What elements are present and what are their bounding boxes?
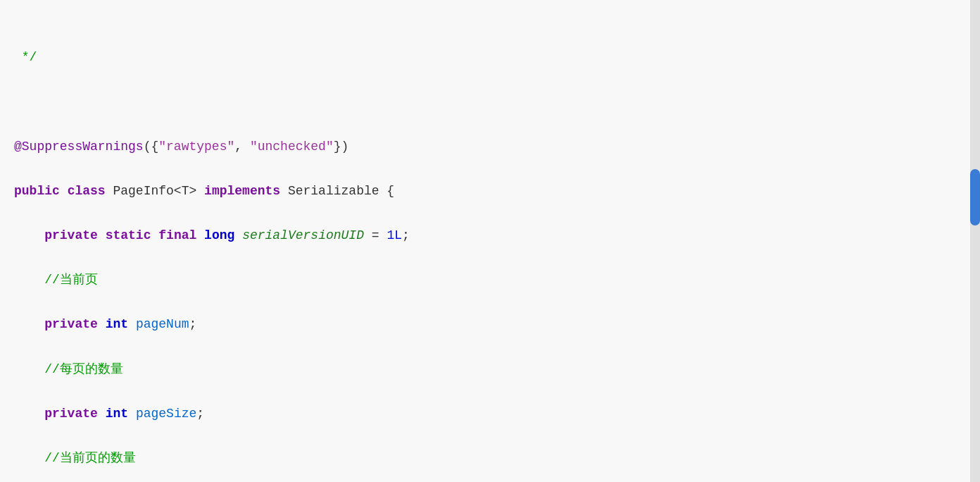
code-line-4: public class PageInfo<T> implements Seri…: [14, 180, 980, 203]
scrollbar-thumb[interactable]: [970, 169, 980, 225]
scrollbar[interactable]: [970, 0, 980, 482]
code-block: */ @SuppressWarnings({"rawtypes", "unche…: [0, 0, 980, 482]
code-line-6: //当前页: [14, 268, 980, 292]
code-line-8: //每页的数量: [14, 358, 980, 381]
code-line-2: [14, 90, 980, 113]
code-line-9: private int pageSize;: [14, 402, 980, 426]
code-line-7: private int pageNum;: [14, 313, 980, 336]
code-line-10: //当前页的数量: [14, 447, 980, 470]
code-line-5: private static final long serialVersionU…: [14, 224, 980, 247]
code-container: */ @SuppressWarnings({"rawtypes", "unche…: [0, 0, 980, 482]
code-line-3: @SuppressWarnings({"rawtypes", "unchecke…: [14, 135, 980, 159]
code-line-1: */: [14, 46, 980, 69]
